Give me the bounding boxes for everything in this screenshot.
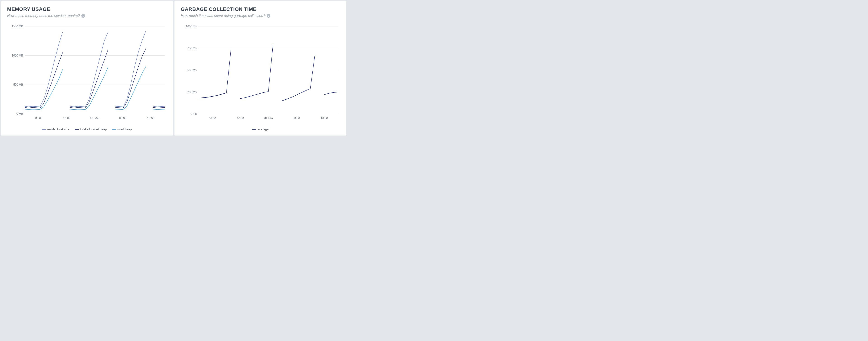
legend-label: resident set size: [47, 127, 69, 131]
svg-text:1500 MB: 1500 MB: [12, 24, 23, 28]
legend-item[interactable]: used heap: [112, 127, 132, 131]
svg-text:16:00: 16:00: [321, 116, 328, 120]
svg-text:500 ms: 500 ms: [187, 68, 197, 72]
memory-subtitle-row: How much memory does the service require…: [7, 14, 166, 18]
memory-usage-panel: MEMORY USAGE How much memory does the se…: [1, 1, 173, 136]
gc-subtitle-text: How much time was spent doing garbage co…: [181, 14, 266, 18]
gc-subtitle-row: How much time was spent doing garbage co…: [181, 14, 340, 18]
legend-label: used heap: [117, 127, 132, 131]
svg-text:0 MB: 0 MB: [17, 112, 23, 116]
memory-title: MEMORY USAGE: [7, 6, 166, 12]
svg-text:1000 MB: 1000 MB: [12, 53, 23, 57]
legend-swatch: [75, 129, 79, 130]
gc-title: GARBAGE COLLECTION TIME: [181, 6, 340, 12]
legend-item[interactable]: total allocated heap: [75, 127, 107, 131]
svg-text:500 MB: 500 MB: [13, 83, 23, 87]
svg-text:28. Mar: 28. Mar: [264, 116, 273, 120]
svg-text:16:00: 16:00: [237, 116, 244, 120]
memory-legend: resident set sizetotal allocated heapuse…: [7, 127, 166, 131]
svg-text:08:00: 08:00: [209, 116, 216, 120]
svg-text:750 ms: 750 ms: [187, 46, 197, 50]
svg-text:0 ms: 0 ms: [191, 112, 197, 116]
memory-chart: 0 MB500 MB1000 MB1500 MB08:0016:0028. Ma…: [7, 24, 166, 125]
svg-text:28. Mar: 28. Mar: [90, 116, 100, 120]
info-icon[interactable]: i: [81, 14, 85, 18]
svg-text:08:00: 08:00: [119, 116, 126, 120]
legend-swatch: [42, 129, 46, 130]
legend-label: total allocated heap: [80, 127, 107, 131]
memory-chart-svg: 0 MB500 MB1000 MB1500 MB08:0016:0028. Ma…: [7, 24, 166, 125]
memory-subtitle-text: How much memory does the service require…: [7, 14, 80, 18]
gc-chart-svg: 0 ms250 ms500 ms750 ms1000 ms08:0016:002…: [181, 24, 340, 125]
gc-chart: 0 ms250 ms500 ms750 ms1000 ms08:0016:002…: [181, 24, 340, 125]
legend-swatch: [112, 129, 116, 130]
legend-item[interactable]: average: [252, 127, 269, 131]
legend-swatch: [252, 129, 256, 130]
gc-time-panel: GARBAGE COLLECTION TIME How much time wa…: [174, 1, 346, 136]
legend-item[interactable]: resident set size: [42, 127, 69, 131]
svg-text:250 ms: 250 ms: [187, 90, 197, 94]
legend-label: average: [257, 127, 269, 131]
svg-text:1000 ms: 1000 ms: [186, 24, 197, 28]
svg-text:08:00: 08:00: [293, 116, 300, 120]
gc-legend: average: [181, 127, 340, 131]
svg-text:16:00: 16:00: [63, 116, 70, 120]
svg-text:16:00: 16:00: [147, 116, 154, 120]
info-icon[interactable]: i: [267, 14, 271, 18]
svg-text:08:00: 08:00: [35, 116, 42, 120]
